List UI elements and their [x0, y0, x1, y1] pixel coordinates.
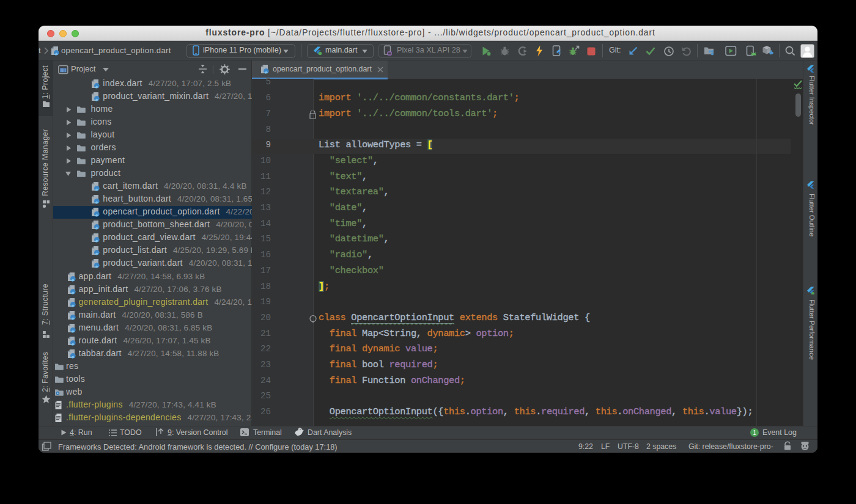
svg-text:1: 1: [753, 429, 756, 436]
